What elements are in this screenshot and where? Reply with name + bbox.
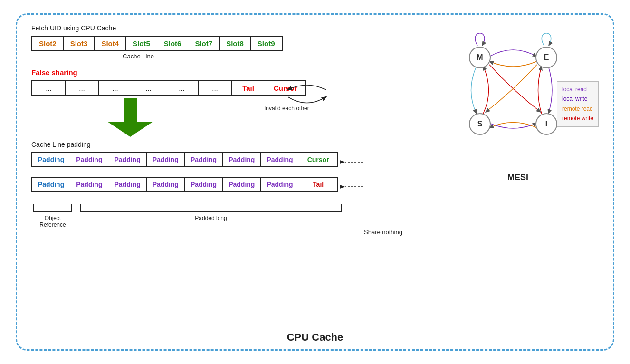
fs-cell-4: ... (132, 81, 165, 95)
slot4: Slot4 (95, 37, 126, 50)
slot7: Slot7 (188, 37, 220, 50)
slot9: Slot9 (251, 37, 282, 50)
fs-cell-1: ... (32, 81, 66, 95)
fs-cell-5: ... (165, 81, 199, 95)
pad-purple-9: Padding (147, 178, 185, 191)
cache-line-row: Slot2 Slot3 Slot4 Slot5 Slot6 Slot7 Slot… (31, 36, 283, 51)
mesi-area: M E S I local read local write remote re… (432, 24, 603, 205)
obj-ref-brace: Object Reference (31, 203, 74, 228)
slot8: Slot8 (220, 37, 251, 50)
pad-cursor: Cursor (299, 153, 337, 166)
padding-row-cursor: Padding Padding Padding Padding Padding … (31, 152, 338, 167)
obj-ref-brace-svg (31, 203, 74, 214)
pad-blue-2: Padding (32, 178, 70, 191)
padded-long-label: Padded long (195, 215, 227, 221)
share-nothing-label: Share nothing (364, 229, 402, 236)
pad-blue-1: Padding (32, 153, 70, 166)
padded-long-brace-svg (78, 203, 344, 214)
pad-purple-3: Padding (147, 153, 185, 166)
legend-remote-write: remote write (562, 114, 593, 123)
pad-purple-10: Padding (185, 178, 223, 191)
legend-local-read: local read (562, 85, 593, 94)
pad-tail: Tail (299, 178, 337, 191)
svg-text:S: S (477, 120, 483, 128)
pad-purple-7: Padding (70, 178, 108, 191)
slot2: Slot2 (32, 37, 64, 50)
svg-text:I: I (545, 120, 547, 128)
left-area: Fetch UID using CPU Cache Slot2 Slot3 Sl… (31, 24, 421, 228)
legend-local-write: local write (562, 94, 593, 104)
svg-text:E: E (544, 53, 549, 61)
slot6: Slot6 (157, 37, 189, 50)
slot5: Slot5 (126, 37, 157, 50)
fetch-uid-title: Fetch UID using CPU Cache (31, 24, 421, 32)
green-arrow (107, 98, 153, 137)
fs-cell-2: ... (66, 81, 99, 95)
obj-ref-label: Object Reference (31, 215, 74, 228)
tail-arrow-svg (340, 180, 364, 194)
outer-container: Fetch UID using CPU Cache Slot2 Slot3 Sl… (16, 13, 614, 351)
padded-long-brace: Padded long (78, 203, 344, 221)
legend-remote-read: remote read (562, 104, 593, 114)
slot3: Slot3 (64, 37, 95, 50)
pad-purple-5: Padding (223, 153, 261, 166)
mesi-title: MESI (432, 172, 603, 182)
fs-cell-6: ... (199, 81, 232, 95)
brace-area: Object Reference Padded long (31, 203, 345, 228)
pad-purple-8: Padding (108, 178, 146, 191)
padding-row-tail: Padding Padding Padding Padding Padding … (31, 177, 338, 192)
cursor-arrow-svg (340, 155, 364, 169)
pad-purple-2: Padding (108, 153, 146, 166)
pad-purple-11: Padding (223, 178, 261, 191)
cache-line-label: Cache Line (31, 53, 245, 60)
pad-purple-12: Padding (261, 178, 299, 191)
cache-line-padding-title: Cache Line padding (31, 141, 421, 148)
pad-purple-4: Padding (185, 153, 223, 166)
legend-box: local read local write remote read remot… (557, 81, 599, 127)
outer-container-label: CPU Cache (287, 331, 344, 344)
pad-purple-6: Padding (261, 153, 299, 166)
fs-cell-3: ... (99, 81, 132, 95)
green-arrow-area (31, 96, 421, 139)
pad-purple-1: Padding (70, 153, 108, 166)
svg-text:M: M (477, 53, 483, 61)
